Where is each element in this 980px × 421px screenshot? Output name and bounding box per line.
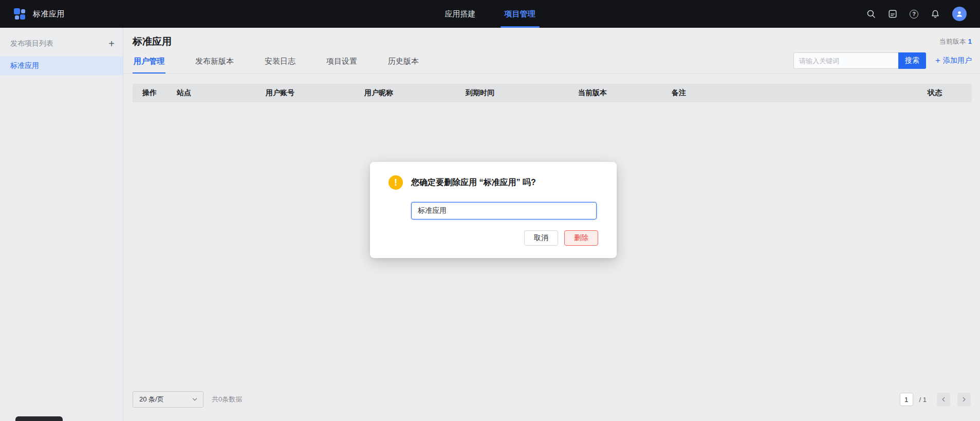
chevron-left-icon bbox=[940, 396, 947, 402]
main-header: 标准应用 当前版本1 bbox=[123, 28, 980, 48]
tab-publish-version[interactable]: 发布新版本 bbox=[194, 50, 235, 73]
sidebar-header-label: 发布项目列表 bbox=[10, 39, 53, 48]
topbar-actions: ? bbox=[866, 7, 967, 21]
chevron-down-icon bbox=[192, 396, 198, 402]
app-logo-icon bbox=[13, 8, 26, 20]
help-icon[interactable]: ? bbox=[910, 10, 918, 19]
topbar-brand: 标准应用 bbox=[13, 8, 65, 20]
notification-bell-icon[interactable] bbox=[931, 9, 940, 19]
search-button[interactable]: 搜索 bbox=[898, 52, 926, 69]
add-user-button[interactable]: + 添加用户 bbox=[935, 56, 972, 65]
tab-install-log[interactable]: 安装日志 bbox=[264, 50, 297, 73]
current-page-box[interactable]: 1 bbox=[900, 393, 913, 406]
current-version-badge: 当前版本1 bbox=[939, 37, 972, 46]
tab-history-versions[interactable]: 历史版本 bbox=[387, 50, 420, 73]
plus-icon: + bbox=[935, 57, 940, 64]
app-center-icon[interactable] bbox=[888, 9, 897, 19]
nav-tab-app-build[interactable]: 应用搭建 bbox=[445, 0, 476, 28]
total-count-label: 共0条数据 bbox=[212, 395, 242, 404]
column-header-account: 用户账号 bbox=[266, 88, 364, 98]
dialog-title: 您确定要删除应用 “标准应用” 吗? bbox=[411, 177, 536, 188]
column-header-status: 状态 bbox=[928, 88, 972, 98]
keyword-search-input[interactable] bbox=[793, 52, 898, 69]
dialog-title-row: ! 您确定要删除应用 “标准应用” 吗? bbox=[370, 162, 617, 190]
warning-icon: ! bbox=[389, 175, 403, 190]
tab-actions: 搜索 + 添加用户 bbox=[793, 52, 972, 73]
tabs-row: 用户管理 发布新版本 安装日志 项目设置 历史版本 搜索 + 添加用户 bbox=[123, 50, 980, 74]
person-icon bbox=[955, 10, 964, 18]
column-header-expiry: 到期时间 bbox=[466, 88, 578, 98]
column-header-action: 操作 bbox=[142, 88, 177, 98]
pagination-right: 1 / 1 bbox=[900, 393, 971, 406]
dialog-buttons: 取消 删除 bbox=[370, 219, 617, 246]
delete-button[interactable]: 删除 bbox=[564, 230, 598, 246]
prev-page-button[interactable] bbox=[937, 393, 950, 406]
page-size-value: 20 条/页 bbox=[139, 395, 164, 404]
app-title: 标准应用 bbox=[33, 9, 65, 19]
sidebar-header: 发布项目列表 + bbox=[0, 28, 123, 57]
search-group: 搜索 bbox=[793, 52, 926, 69]
add-project-button[interactable]: + bbox=[108, 40, 115, 48]
sidebar-item-project[interactable]: 标准应用 bbox=[0, 57, 123, 75]
cancel-button[interactable]: 取消 bbox=[524, 230, 558, 246]
user-avatar[interactable] bbox=[952, 7, 967, 21]
column-header-nickname: 用户昵称 bbox=[364, 88, 466, 98]
search-icon[interactable] bbox=[866, 9, 876, 19]
page-size-select[interactable]: 20 条/页 bbox=[133, 391, 204, 408]
current-version-value: 1 bbox=[968, 38, 972, 45]
table-header: 操作 站点 用户账号 用户昵称 到期时间 当前版本 备注 状态 bbox=[133, 84, 972, 102]
column-header-version: 当前版本 bbox=[578, 88, 672, 98]
tab-project-settings[interactable]: 项目设置 bbox=[325, 50, 358, 73]
delete-confirm-dialog: ! 您确定要删除应用 “标准应用” 吗? 取消 删除 bbox=[370, 162, 617, 258]
column-header-site: 站点 bbox=[177, 88, 266, 98]
main-nav: 应用搭建 项目管理 bbox=[445, 0, 535, 28]
tabs: 用户管理 发布新版本 安装日志 项目设置 历史版本 bbox=[133, 50, 420, 73]
pagination-left: 20 条/页 共0条数据 bbox=[133, 391, 242, 408]
column-header-remark: 备注 bbox=[672, 88, 928, 98]
sidebar: 发布项目列表 + 标准应用 bbox=[0, 28, 123, 421]
nav-tab-project-manage[interactable]: 项目管理 bbox=[505, 0, 535, 28]
page-title: 标准应用 bbox=[133, 35, 172, 48]
tab-user-management[interactable]: 用户管理 bbox=[133, 50, 165, 73]
topbar: 标准应用 应用搭建 项目管理 ? bbox=[0, 0, 980, 28]
current-version-label: 当前版本 bbox=[939, 38, 966, 45]
partial-floating-widget[interactable] bbox=[15, 416, 63, 421]
pagination-bar: 20 条/页 共0条数据 1 / 1 bbox=[123, 391, 980, 421]
next-page-button[interactable] bbox=[957, 393, 971, 406]
chevron-right-icon bbox=[961, 396, 967, 402]
add-user-label: 添加用户 bbox=[943, 56, 972, 65]
total-pages-label: / 1 bbox=[919, 396, 927, 404]
confirm-name-input[interactable] bbox=[411, 202, 597, 219]
